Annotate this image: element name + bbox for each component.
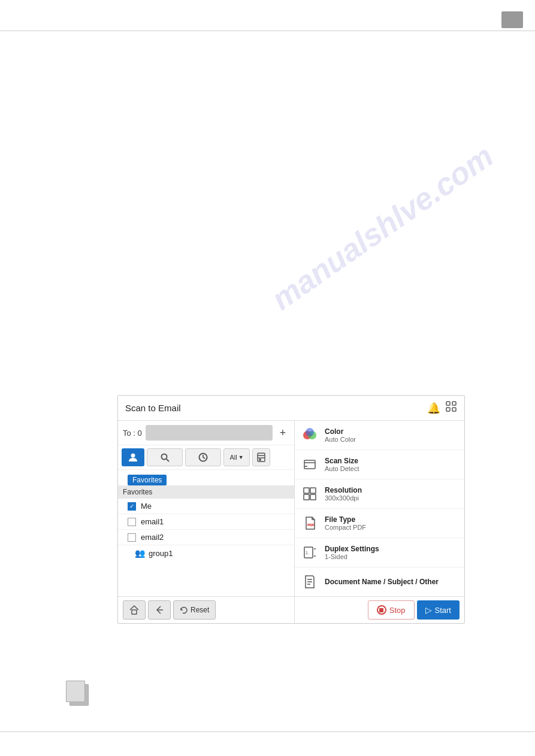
to-row: To : 0 +: [118, 421, 294, 445]
color-setting-text: Color Auto Color: [325, 427, 458, 443]
scan-size-text: Scan Size Auto Detect: [325, 457, 458, 472]
item-label-email2: email2: [141, 533, 164, 542]
docname-name: Document Name / Subject / Other: [325, 578, 458, 586]
favorites-tab-container: Favorites: [118, 470, 294, 485]
favorites-tab-label[interactable]: Favorites: [128, 475, 167, 485]
start-button[interactable]: ▷ Start: [417, 600, 460, 620]
file-type-text: File Type Compact PDF: [325, 515, 458, 531]
reset-button[interactable]: Reset: [173, 600, 216, 620]
file-type-icon: PDF: [301, 514, 319, 532]
add-recipient-button[interactable]: +: [276, 426, 289, 439]
group-item[interactable]: 👥 group1: [118, 545, 294, 561]
resolution-name: Resolution: [325, 486, 458, 494]
svg-rect-0: [446, 402, 450, 405]
panel-left: To : 0 +: [118, 421, 295, 623]
tab-all-chevron: ▼: [238, 454, 244, 460]
svg-rect-23: [310, 494, 316, 500]
tab-all-label: All: [229, 454, 237, 461]
svg-rect-21: [310, 488, 316, 493]
svg-point-11: [259, 459, 261, 460]
docname-text: Document Name / Subject / Other: [325, 578, 458, 586]
top-bar-square: [501, 11, 523, 28]
duplex-text: Duplex Settings 1-Sided: [325, 545, 458, 560]
watermark: manualshlve.com: [265, 138, 500, 317]
docname-icon: [301, 573, 319, 591]
group-label-group1: group1: [149, 549, 173, 558]
svg-point-16: [306, 428, 314, 436]
tab-address-book[interactable]: [252, 448, 270, 466]
file-type-setting[interactable]: PDF File Type Compact PDF: [295, 509, 464, 538]
bottom-bar-left: Reset: [118, 596, 294, 623]
svg-rect-1: [452, 402, 456, 405]
svg-point-4: [131, 454, 135, 458]
checkbox-email2[interactable]: [128, 533, 136, 542]
top-bar: [0, 0, 535, 31]
list-area: Me email1 email2 👥 group1: [118, 499, 294, 596]
checkbox-email1[interactable]: [128, 518, 136, 526]
settings-list: Color Auto Color Scan Size: [295, 421, 464, 596]
color-icon: [301, 426, 319, 444]
docname-setting[interactable]: Document Name / Subject / Other: [295, 567, 464, 596]
panel-title: Scan to Email: [125, 403, 181, 413]
list-item[interactable]: email1: [118, 514, 294, 530]
bell-icon[interactable]: 🔔: [427, 402, 440, 415]
resolution-value: 300x300dpi: [325, 494, 458, 502]
favorites-header: Favorites: [118, 485, 294, 499]
title-icons: 🔔: [427, 400, 457, 415]
resolution-icon: [301, 485, 319, 503]
tab-person[interactable]: [122, 448, 144, 466]
scan-size-icon: [301, 456, 319, 473]
duplex-icon: 1.: [301, 544, 319, 561]
bottom-rule: [0, 731, 535, 732]
svg-rect-17: [304, 460, 315, 469]
checkbox-me[interactable]: [128, 502, 136, 511]
duplex-name: Duplex Settings: [325, 545, 458, 553]
ui-panel: Scan to Email 🔔 To : 0 +: [117, 395, 465, 624]
scan-size-name: Scan Size: [325, 457, 458, 465]
scan-size-value: Auto Detect: [325, 465, 458, 472]
list-item[interactable]: Me: [118, 499, 294, 514]
tab-all[interactable]: All ▼: [223, 448, 250, 466]
color-setting-value: Auto Color: [325, 436, 458, 443]
svg-rect-2: [446, 408, 450, 411]
svg-text:PDF: PDF: [307, 523, 315, 527]
stop-button[interactable]: Stop: [368, 600, 415, 620]
svg-line-6: [167, 459, 169, 462]
stop-inner: [379, 608, 383, 612]
panel-settings-icon[interactable]: [445, 400, 457, 415]
list-item[interactable]: email2: [118, 530, 294, 545]
svg-rect-12: [132, 610, 137, 614]
tabs-row: All ▼: [118, 445, 294, 470]
to-input[interactable]: [146, 425, 273, 441]
bottom-bar-right: Stop ▷ Start: [295, 596, 464, 623]
color-setting-name: Color: [325, 427, 458, 436]
panel-body: To : 0 +: [118, 421, 464, 623]
svg-rect-3: [452, 408, 456, 411]
svg-text:1.: 1.: [306, 551, 309, 555]
panel-titlebar: Scan to Email 🔔: [118, 396, 464, 421]
duplex-setting[interactable]: 1. Duplex Settings 1-Sided: [295, 538, 464, 567]
svg-rect-22: [304, 494, 309, 500]
tab-clock[interactable]: [185, 448, 221, 466]
tab-search[interactable]: [147, 448, 183, 466]
bottom-image-area: [66, 681, 93, 708]
doc-front: [66, 681, 85, 702]
file-type-value: Compact PDF: [325, 524, 458, 531]
color-setting[interactable]: Color Auto Color: [295, 421, 464, 450]
item-label-email1: email1: [141, 517, 164, 526]
group-icon: 👥: [135, 548, 145, 558]
to-label: To : 0: [123, 429, 142, 438]
file-type-name: File Type: [325, 515, 458, 524]
resolution-setting[interactable]: Resolution 300x300dpi: [295, 479, 464, 509]
item-label-me: Me: [141, 502, 152, 511]
stop-label: Stop: [389, 606, 406, 615]
reset-label: Reset: [191, 606, 209, 614]
start-icon: ▷: [425, 605, 432, 615]
duplex-value: 1-Sided: [325, 553, 458, 560]
back-button[interactable]: [148, 600, 171, 620]
scan-size-setting[interactable]: Scan Size Auto Detect: [295, 450, 464, 479]
stacked-docs: [66, 681, 93, 708]
svg-rect-8: [258, 453, 265, 462]
resolution-text: Resolution 300x300dpi: [325, 486, 458, 502]
home-button[interactable]: [123, 600, 146, 620]
